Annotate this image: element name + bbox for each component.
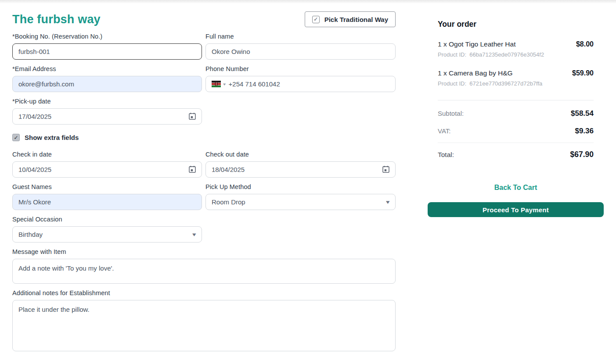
item-product-id: Product ID: 66ba71235ede07976e3054f2 <box>438 51 594 58</box>
vat-label: VAT: <box>438 127 450 135</box>
guest-names-field-group: Guest Names <box>12 183 202 210</box>
pickup-method-label: Pick Up Method <box>205 183 396 190</box>
booking-form: The furbsh way ✓ Pick Traditional Way *B… <box>12 5 396 351</box>
flag-chevron-down-icon[interactable]: ▾ <box>223 82 226 86</box>
check-out-input[interactable] <box>205 161 396 178</box>
subtotal-label: Subtotal: <box>438 110 464 117</box>
pickup-method-select[interactable]: Room Drop ▾ <box>205 194 396 210</box>
subtotal-row: Subtotal: $58.54 <box>438 109 594 118</box>
kenya-flag-icon[interactable] <box>212 81 221 87</box>
item-name: 1 x Ogot Tigo Leather Hat <box>438 40 516 48</box>
message-field-group: Message with Item Add a note with 'To yo… <box>12 248 396 284</box>
phone-input-container[interactable]: ▾ <box>205 76 396 92</box>
special-occasion-select[interactable]: Birthday ▾ <box>12 226 202 243</box>
booking-no-field-group: *Booking No. (Reservation No.) <box>12 33 202 60</box>
special-occasion-field-group: Special Occasion Birthday ▾ <box>12 216 202 243</box>
full-name-field-group: Full name <box>205 33 396 60</box>
pick-traditional-way-label: Pick Traditional Way <box>324 16 388 23</box>
item-price: $8.00 <box>576 40 594 48</box>
check-out-field-group: Check out date <box>205 151 396 178</box>
phone-label: Phone Number <box>205 65 396 72</box>
check-in-label: Check in date <box>12 151 202 158</box>
notes-field-group: Additional notes for Establishment Place… <box>12 289 396 351</box>
guest-names-input[interactable] <box>12 194 202 210</box>
calendar-icon[interactable] <box>188 165 197 174</box>
pickup-date-input[interactable] <box>12 108 202 125</box>
checkbox-filled-checked-icon[interactable]: ✓ <box>12 134 20 141</box>
check-out-label: Check out date <box>205 151 396 158</box>
phone-number-input[interactable] <box>229 80 389 88</box>
vat-value: $9.36 <box>575 127 594 136</box>
notes-label: Additional notes for Establishment <box>12 289 396 296</box>
total-label: Total: <box>438 151 454 159</box>
check-in-input[interactable] <box>12 161 202 178</box>
notes-textarea[interactable]: Place it under the pillow. <box>12 300 396 351</box>
order-summary: Your order 1 x Ogot Tigo Leather Hat $8.… <box>428 20 604 351</box>
full-name-input[interactable] <box>205 43 396 60</box>
total-divider <box>438 143 594 143</box>
subtotal-value: $58.54 <box>571 109 594 118</box>
checkout-page: The furbsh way ✓ Pick Traditional Way *B… <box>0 5 616 351</box>
pickup-method-field-group: Pick Up Method Room Drop ▾ <box>205 183 396 210</box>
email-label: *Email Address <box>12 65 202 72</box>
vat-row: VAT: $9.36 <box>438 127 594 136</box>
proceed-to-payment-button[interactable]: Proceed To Payment <box>428 202 604 217</box>
booking-no-label: *Booking No. (Reservation No.) <box>12 33 202 40</box>
top-shadow <box>0 0 616 5</box>
pickup-method-value: Room Drop <box>212 198 245 206</box>
order-heading: Your order <box>438 20 594 29</box>
calendar-icon[interactable] <box>382 165 390 174</box>
calendar-icon[interactable] <box>188 112 197 121</box>
order-divider <box>438 100 594 100</box>
email-input[interactable] <box>12 76 202 92</box>
message-label: Message with Item <box>12 248 396 255</box>
form-header: The furbsh way ✓ Pick Traditional Way <box>12 11 396 27</box>
item-product-id: Product ID: 6721ee770d396727d72b7ffa <box>438 80 594 87</box>
order-item: 1 x Camera Bag by H&G $59.90 Product ID:… <box>438 69 594 87</box>
pick-traditional-way-button[interactable]: ✓ Pick Traditional Way <box>305 11 396 27</box>
chevron-down-icon: ▾ <box>386 199 389 205</box>
page-title: The furbsh way <box>12 13 101 26</box>
chevron-down-icon: ▾ <box>192 231 196 238</box>
item-price: $59.90 <box>572 69 594 77</box>
item-name: 1 x Camera Bag by H&G <box>438 69 513 77</box>
back-to-cart-link[interactable]: Back To Cart <box>438 184 594 192</box>
check-in-field-group: Check in date <box>12 151 202 178</box>
checkbox-checked-icon: ✓ <box>312 16 320 23</box>
show-extra-fields-toggle[interactable]: ✓ Show extra fields <box>12 134 396 141</box>
full-name-label: Full name <box>205 33 396 40</box>
special-occasion-value: Birthday <box>18 231 43 238</box>
pickup-date-field-group: *Pick-up date <box>12 98 202 125</box>
booking-no-input[interactable] <box>12 43 202 60</box>
order-item: 1 x Ogot Tigo Leather Hat $8.00 Product … <box>438 40 594 58</box>
total-row: Total: $67.90 <box>438 150 594 159</box>
message-textarea[interactable]: Add a note with 'To you my love'. <box>12 259 396 284</box>
guest-names-label: Guest Names <box>12 183 202 190</box>
show-extra-fields-label: Show extra fields <box>25 134 79 141</box>
email-field-group: *Email Address <box>12 65 202 92</box>
special-occasion-label: Special Occasion <box>12 216 202 223</box>
pickup-date-label: *Pick-up date <box>12 98 202 105</box>
total-value: $67.90 <box>570 150 594 159</box>
phone-field-group: Phone Number ▾ <box>205 65 396 92</box>
